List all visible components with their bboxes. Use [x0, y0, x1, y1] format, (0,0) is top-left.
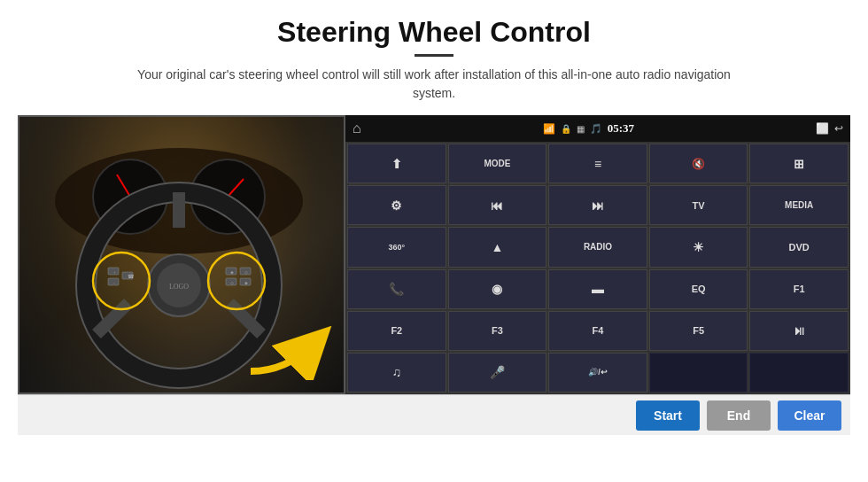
home-icon: ⌂	[353, 120, 361, 136]
page-subtitle: Your original car's steering wheel contr…	[133, 66, 735, 103]
eject-button[interactable]: ▲	[448, 227, 547, 267]
screen-icon: ⬜	[816, 122, 829, 136]
settings-button[interactable]: ⚙	[347, 185, 446, 225]
mode-button[interactable]: MODE	[448, 144, 547, 183]
music-button[interactable]: ♫	[347, 353, 446, 393]
arrow-indicator	[242, 314, 339, 384]
start-button[interactable]: Start	[636, 400, 700, 431]
page-title: Steering Wheel Control	[277, 16, 591, 49]
empty-btn-1	[649, 353, 748, 393]
svg-text:◈: ◈	[244, 281, 248, 285]
mute-button[interactable]: 🔇	[649, 144, 748, 183]
content-row: LOGO + - ☎ ◈	[18, 115, 850, 394]
radio-button[interactable]: RADIO	[548, 227, 647, 267]
status-icons: 📶 🔒 ▦ 🎵 05:37	[543, 121, 634, 136]
next-button[interactable]: ⏭	[548, 185, 647, 225]
eq-button[interactable]: EQ	[649, 269, 748, 309]
menu-button[interactable]: ≡	[548, 144, 647, 183]
steering-wheel-image: LOGO + - ☎ ◈	[18, 115, 345, 394]
nav-up-button[interactable]: ⬆	[347, 144, 446, 183]
svg-text:LOGO: LOGO	[169, 283, 189, 291]
lock-icon: 🔒	[561, 124, 571, 134]
tv-button[interactable]: TV	[649, 185, 748, 225]
svg-text:+: +	[113, 270, 116, 275]
vol-phone-button[interactable]: 🔊/↩	[548, 353, 647, 393]
f4-button[interactable]: F4	[548, 311, 647, 351]
mic-button[interactable]: 🎤	[448, 353, 547, 393]
svg-text:◈: ◈	[230, 270, 234, 275]
svg-point-12	[93, 253, 150, 309]
f3-button[interactable]: F3	[448, 311, 547, 351]
display-button[interactable]: ▬	[548, 269, 647, 309]
clear-button[interactable]: Clear	[778, 400, 841, 431]
end-button[interactable]: End	[707, 400, 771, 431]
page-container: Steering Wheel Control Your original car…	[0, 0, 868, 482]
apps-button[interactable]: ⊞	[749, 144, 849, 183]
svg-text:◇: ◇	[244, 270, 248, 275]
back-icon: ↩	[834, 122, 843, 136]
phone-button[interactable]: 📞	[347, 269, 446, 309]
sd-icon: ▦	[577, 124, 585, 134]
control-button-grid: ⬆ MODE ≡ 🔇 ⊞ ⚙ ⏮ ⏭ TV MEDIA 360° ▲ RADIO…	[345, 142, 850, 394]
title-underline	[415, 54, 453, 57]
empty-btn-2	[749, 353, 849, 393]
playpause-button[interactable]: ⏯	[749, 311, 849, 351]
media-button[interactable]: MEDIA	[749, 185, 849, 225]
svg-text:☎: ☎	[128, 274, 135, 279]
dvd-button[interactable]: DVD	[749, 227, 849, 267]
bottom-action-bar: Start End Clear	[18, 394, 850, 435]
navi-button[interactable]: ◉	[448, 269, 547, 309]
brightness-button[interactable]: ☀	[649, 227, 748, 267]
svg-text:◇: ◇	[230, 281, 234, 285]
status-time: 05:37	[608, 121, 634, 136]
control-panel: ⌂ 📶 🔒 ▦ 🎵 05:37 ⬜ ↩ ⬆ MODE ≡	[345, 115, 850, 394]
status-right-icons: ⬜ ↩	[816, 122, 843, 136]
status-bar: ⌂ 📶 🔒 ▦ 🎵 05:37 ⬜ ↩	[345, 115, 850, 142]
360-button[interactable]: 360°	[347, 227, 446, 267]
f1-button[interactable]: F1	[749, 269, 849, 309]
f2-button[interactable]: F2	[347, 311, 446, 351]
f5-button[interactable]: F5	[649, 311, 748, 351]
prev-button[interactable]: ⏮	[448, 185, 547, 225]
bluetooth-icon: 🎵	[590, 123, 602, 135]
wifi-icon: 📶	[543, 123, 555, 135]
